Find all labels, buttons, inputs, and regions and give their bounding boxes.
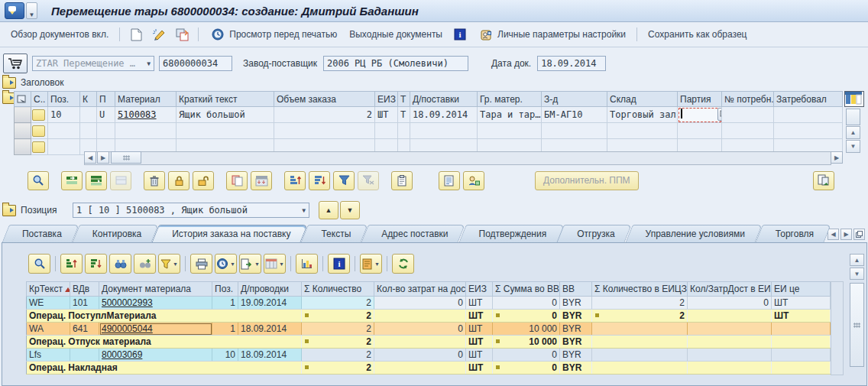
sort-desc-icon xyxy=(90,258,102,269)
insert-lines-button[interactable] xyxy=(86,171,107,190)
table-settings-button[interactable] xyxy=(844,91,864,107)
doc-date-field[interactable]: 18.09.2014 xyxy=(537,56,606,71)
personal-settings-button[interactable]: Личные параметры настройки xyxy=(474,24,629,44)
sort-ascending-button[interactable] xyxy=(284,171,306,190)
info-icon[interactable]: i xyxy=(452,27,468,42)
tab-po-history[interactable]: История заказа на поставку xyxy=(155,225,304,243)
clipboard-button[interactable] xyxy=(391,171,413,190)
alv-print-preview-button[interactable]: ▼ xyxy=(215,254,237,274)
additional-ppm-button[interactable]: Дополнительн. ППМ xyxy=(535,171,639,190)
duplicate-button[interactable] xyxy=(226,171,248,190)
batch-input-cell[interactable] xyxy=(678,107,722,123)
material-document-link[interactable]: 4900005044 xyxy=(102,323,153,334)
alv-layout-button[interactable]: ▼ xyxy=(264,254,286,274)
tabs-overview-button[interactable] xyxy=(853,229,865,240)
doc-number-field[interactable]: 6800000034 xyxy=(159,56,232,71)
header-folder-icon[interactable] xyxy=(2,77,16,89)
alv-info-button[interactable]: i xyxy=(328,254,350,274)
tab-adres-postavki[interactable]: Адрес поставки xyxy=(364,225,462,243)
insert-line-button[interactable] xyxy=(61,171,83,190)
panel-scroll-up-button[interactable]: ▲ xyxy=(850,254,864,266)
material-document-link[interactable]: 5000002993 xyxy=(102,297,153,308)
row-selector[interactable] xyxy=(15,139,31,155)
items-scroll-down-button[interactable]: ▼ xyxy=(846,140,860,153)
select-all-header[interactable] xyxy=(15,92,31,107)
alv-sort-desc-button[interactable] xyxy=(85,254,107,274)
unlock-button[interactable] xyxy=(193,171,214,190)
signature-pencil-icon[interactable] xyxy=(151,27,167,42)
panel-scroll-down-button[interactable]: ▼ xyxy=(850,268,864,280)
alv-refresh-button[interactable] xyxy=(392,254,414,274)
batch-paste-button[interactable] xyxy=(717,108,722,121)
grid-vscroll-track[interactable] xyxy=(831,281,844,375)
create-document-icon[interactable] xyxy=(128,27,144,42)
items-scroll-right-end-button[interactable]: ▶ xyxy=(831,151,843,164)
svg-text:i: i xyxy=(338,259,340,268)
save-as-template-button[interactable]: Сохранить как образец xyxy=(645,27,750,42)
items-hscroll-thumb[interactable] xyxy=(111,151,141,164)
items-scroll-right-button[interactable]: ▶ xyxy=(97,151,109,164)
position-combo[interactable]: 1 [ 10 ] 5100083 , Ящик большой▼ xyxy=(73,203,309,218)
chevron-down-icon: ▼ xyxy=(374,261,380,267)
panel-scroll-thumb[interactable] xyxy=(850,283,864,367)
shopping-cart-icon[interactable] xyxy=(3,54,28,73)
tabs-scroll-right-button[interactable]: ▶ xyxy=(840,229,852,240)
alv-find-next-button[interactable] xyxy=(134,254,156,274)
next-item-button[interactable]: ▼ xyxy=(340,201,360,219)
copy-line-button[interactable] xyxy=(110,171,131,190)
copy-items-button[interactable] xyxy=(813,171,834,190)
tab-torgovlya[interactable]: Торговля xyxy=(759,225,828,243)
tabs-scroll-left-button[interactable]: ◀ xyxy=(828,229,839,240)
alv-print-button[interactable] xyxy=(190,254,212,274)
page-title: Перемещение тары 6800000034: создание: Д… xyxy=(51,5,419,18)
delivery-document-link[interactable]: 80003069 xyxy=(102,349,142,360)
items-vscroll-thumb[interactable] xyxy=(846,109,860,125)
item-details-button[interactable] xyxy=(28,171,49,190)
lock-button[interactable] xyxy=(168,171,189,190)
tab-postavka[interactable]: Поставка xyxy=(5,225,76,243)
alv-graphics-button[interactable] xyxy=(296,254,318,274)
filter-button[interactable] xyxy=(333,171,355,190)
copy-document-icon xyxy=(818,174,830,187)
application-toolbar: Обзор документов вкл. Просмотр перед печ… xyxy=(0,22,868,47)
row-selector[interactable] xyxy=(15,123,31,139)
copy-window-icon[interactable] xyxy=(173,27,190,42)
tab-kontirovka[interactable]: Контировка xyxy=(76,225,155,243)
chevron-down-icon: ▼ xyxy=(230,261,235,267)
print-preview-button[interactable]: Просмотр перед печатью xyxy=(206,24,340,44)
alv-find-button[interactable] xyxy=(109,254,131,274)
transaction-icon[interactable] xyxy=(5,2,24,19)
chevron-down-icon: ▼ xyxy=(147,60,151,67)
doc-overview-button[interactable]: Обзор документов вкл. xyxy=(8,27,112,42)
row-selector[interactable] xyxy=(15,107,31,123)
tab-teksty[interactable]: Тексты xyxy=(304,225,364,243)
material-link[interactable]: 5100083 xyxy=(118,109,157,120)
notes-button[interactable] xyxy=(439,171,460,190)
alv-filter-button[interactable]: ▼ xyxy=(158,254,180,274)
toolbar-separator xyxy=(636,28,637,41)
doc-type-combo[interactable]: ZTAR Перемещение …▼ xyxy=(32,56,154,71)
supplier-field[interactable]: 2006 РЦ РБ (Смолевичи) xyxy=(323,56,468,71)
items-scroll-up-button[interactable]: ▲ xyxy=(846,126,860,139)
transaction-menu-dropdown[interactable]: ▼ xyxy=(26,2,37,19)
alv-display-document-button[interactable]: ▼ xyxy=(360,254,382,274)
items-scroll-left-button[interactable]: ◀ xyxy=(84,151,96,164)
delete-line-button[interactable] xyxy=(144,171,165,190)
filter-delete-button[interactable] xyxy=(358,171,379,190)
previous-item-button[interactable]: ▲ xyxy=(319,201,338,219)
position-row: Позиция 1 [ 10 ] 5100083 , Ящик большой▼… xyxy=(0,200,868,220)
tab-upravlenie-usloviyami[interactable]: Управление условиями xyxy=(629,225,759,243)
sort-descending-button[interactable] xyxy=(309,171,330,190)
insert-line-icon xyxy=(66,175,78,186)
output-documents-button[interactable]: Выходные документы xyxy=(346,27,445,42)
tab-otgruzka[interactable]: Отгрузка xyxy=(560,225,628,243)
alv-sort-asc-button[interactable] xyxy=(60,254,83,274)
alv-export-button[interactable]: ▼ xyxy=(239,254,261,274)
services-button[interactable] xyxy=(463,171,484,190)
position-folder-icon[interactable] xyxy=(2,205,16,216)
adopt-values-button[interactable] xyxy=(251,171,272,190)
items-hscroll-track[interactable] xyxy=(84,151,831,165)
alv-details-button[interactable] xyxy=(28,254,50,274)
toolbar-separator xyxy=(198,28,199,41)
tab-podtverzhdeniya[interactable]: Подтверждения xyxy=(462,225,561,243)
